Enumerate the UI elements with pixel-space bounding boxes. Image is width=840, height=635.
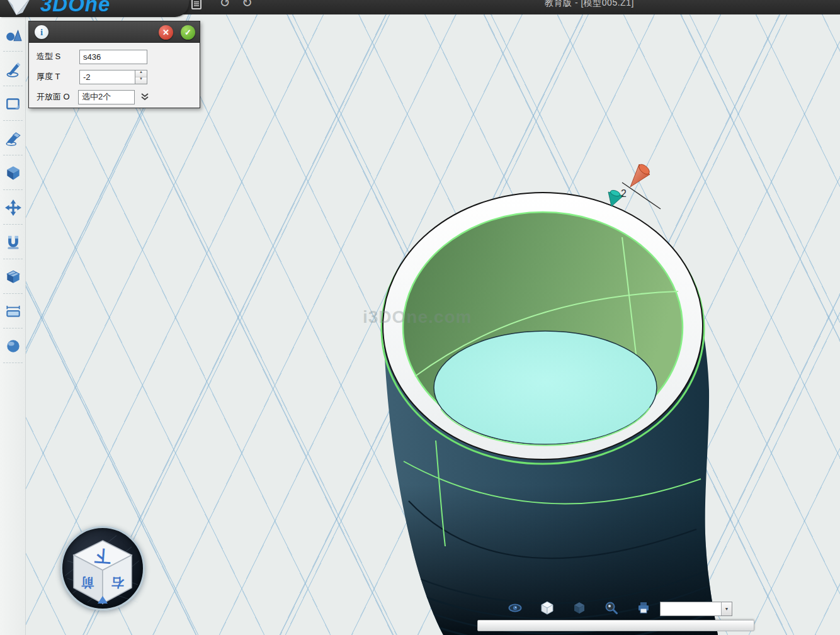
app-logo-text: 3DOne <box>40 0 110 16</box>
view-cube-face-front[interactable]: 前 <box>81 576 94 590</box>
dialog-body: 造型 S 厚度 T ▲ ▼ 开放面 O <box>29 43 200 104</box>
undo-icon[interactable]: ↺ <box>220 0 230 10</box>
sketch-pen-icon[interactable] <box>0 52 26 86</box>
window-title: 教育版 - [模型005.Z1] <box>545 0 634 9</box>
model-floor-face[interactable] <box>434 331 657 444</box>
sphere-icon[interactable] <box>0 329 26 363</box>
thickness-field-label: 厚度 T <box>37 71 74 82</box>
chevron-double-down-icon[interactable] <box>139 91 151 103</box>
combobox-value <box>661 602 721 615</box>
move-icon[interactable] <box>0 190 26 225</box>
thickness-handle[interactable]: 2 <box>608 162 661 209</box>
surface-icon[interactable] <box>0 86 26 121</box>
spinner-down-button[interactable]: ▼ <box>135 77 147 84</box>
dialog-header: i ✕ ✓ <box>29 21 200 43</box>
left-toolbar <box>0 17 26 635</box>
app-logo-icon <box>4 0 37 17</box>
open-faces-field-input[interactable] <box>78 90 135 104</box>
thickness-spinner: ▲ ▼ <box>135 70 147 84</box>
shape-field-label: 造型 S <box>37 51 74 62</box>
field-row-open-faces: 开放面 O <box>37 89 195 104</box>
shell-dialog: i ✕ ✓ 造型 S 厚度 T ▲ ▼ 开放面 O <box>28 21 200 108</box>
field-row-thickness: 厚度 T ▲ ▼ <box>37 69 195 84</box>
view-cube-face-right[interactable]: 右 <box>111 576 125 590</box>
cube-icon[interactable] <box>0 155 26 190</box>
info-icon[interactable]: i <box>35 25 48 39</box>
view-cube[interactable]: 下 前 右 <box>60 526 145 610</box>
dimension-line <box>622 183 661 209</box>
thickness-field-input[interactable] <box>79 70 135 84</box>
eye-icon[interactable] <box>508 600 523 615</box>
view-cube-solid[interactable]: 下 前 右 <box>74 541 132 604</box>
magnet-icon[interactable] <box>0 225 26 259</box>
bottom-dock-strip[interactable] <box>477 620 754 631</box>
logo-tab: 3DOne <box>0 0 189 17</box>
confirm-button[interactable]: ✓ <box>181 25 195 40</box>
combine-icon[interactable] <box>0 259 26 294</box>
open-faces-field-label: 开放面 O <box>37 91 74 103</box>
dimension-value-label: 2 <box>621 188 627 199</box>
document-icon[interactable] <box>190 0 203 12</box>
bottom-toolbar <box>508 600 651 615</box>
shapes-icon[interactable] <box>0 17 26 52</box>
view-cube-face-bottom[interactable]: 下 <box>94 546 112 566</box>
measure-icon[interactable] <box>0 294 26 329</box>
zoom-icon[interactable] <box>604 600 619 615</box>
field-row-shape: 造型 S <box>37 49 195 64</box>
print-icon[interactable] <box>636 600 651 615</box>
redo-icon[interactable]: ↺ <box>242 0 253 10</box>
watermark-text: i3DOne.com <box>363 307 472 327</box>
spinner-up-button[interactable]: ▲ <box>135 70 147 77</box>
handle-arrow-red[interactable] <box>630 162 651 187</box>
combobox-dropdown-button[interactable]: ▼ <box>721 602 732 615</box>
app-window: i3DOne.com 2 ↺ ↺ 教育版 - [模型005.Z1] <box>0 0 840 635</box>
view-preset-combobox[interactable]: ▼ <box>660 602 732 616</box>
cancel-button[interactable]: ✕ <box>159 25 173 40</box>
shape-field-input[interactable] <box>79 50 147 64</box>
shaded-cube-icon[interactable] <box>572 600 587 615</box>
trim-icon[interactable] <box>0 121 26 155</box>
wireframe-cube-icon[interactable] <box>540 600 555 615</box>
